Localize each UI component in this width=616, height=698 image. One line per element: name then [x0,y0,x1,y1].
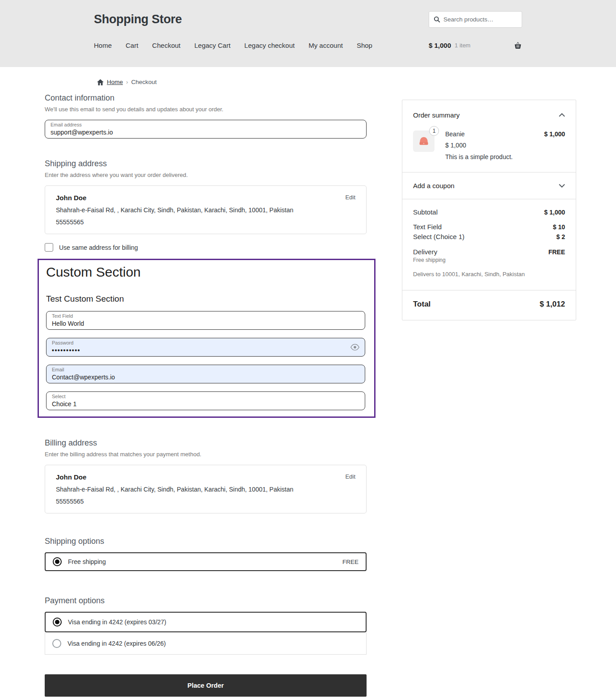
custom-password-label: Password [52,340,359,346]
product-unit-price: $ 1,000 [445,142,565,149]
custom-text-field[interactable]: Text Field Hello World [46,311,365,330]
email-address-value: support@wpexperts.io [51,128,361,137]
delivery-method: Free shipping [413,257,565,263]
product-name: Beanie [445,130,465,138]
custom-password-field[interactable]: Password •••••••••• [46,338,365,357]
fee-row-select: Select (Choice 1) $ 2 [413,233,565,240]
billing-same-address-checkbox[interactable] [45,243,53,252]
fee-value: $ 2 [557,233,565,240]
custom-section-title: Custom Section [46,265,365,280]
place-order-button[interactable]: Place Order [45,674,367,697]
custom-section-subtitle: Test Custom Section [46,294,365,304]
order-summary-title: Order summary [413,111,460,119]
radio-icon[interactable] [52,639,61,648]
contact-description: We'll use this email to send you details… [45,106,367,113]
shipping-address-line: Shahrah-e-Faisal Rd, , Karachi City, Sin… [56,206,355,214]
email-address-label: Email address [51,122,361,128]
custom-email-field[interactable]: Email Contact@wpexperts.io [46,365,365,383]
shipping-address-card: John Doe Shahrah-e-Faisal Rd, , Karachi … [45,185,367,234]
order-summary-header[interactable]: Order summary [402,100,576,129]
home-icon [97,79,104,85]
billing-address-heading: Billing address [45,438,367,448]
billing-address-line: Shahrah-e-Faisal Rd, , Karachi City, Sin… [56,486,355,493]
main-nav: Home Cart Checkout Legacy Cart Legacy ch… [94,42,372,49]
billing-same-address-row: Use same address for billing [45,243,367,252]
order-totals: Subtotal $ 1,000 Text Field $ 10 Select … [402,199,576,290]
custom-email-label: Email [52,366,359,373]
custom-select-field[interactable]: Select Choice 1 [46,391,365,410]
custom-email-value: Contact@wpexperts.io [52,373,359,382]
fee-value: $ 10 [553,223,565,231]
contact-heading: Contact information [45,93,367,103]
billing-address-section: Billing address Enter the billing addres… [45,438,367,513]
radio-selected-icon[interactable] [53,557,62,566]
nav-my-account[interactable]: My account [308,42,343,49]
search-icon [434,16,440,23]
custom-text-field-label: Text Field [52,313,359,319]
billing-address-edit-button[interactable]: Edit [346,473,355,480]
delivery-label: Delivery [413,248,437,256]
billing-address-description: Enter the billing address that matches y… [45,451,367,458]
fee-label: Text Field [413,223,442,231]
nav-checkout[interactable]: Checkout [152,42,180,49]
search-box[interactable] [429,11,522,28]
custom-section: Custom Section Test Custom Section Text … [38,259,376,418]
payment-option-visa-0327[interactable]: Visa ending in 4242 (expires 03/27) [45,612,367,632]
subtotal-label: Subtotal [413,208,438,216]
basket-icon[interactable] [514,42,522,49]
chevron-down-icon[interactable] [559,184,565,188]
shipping-options-section: Shipping options Free shipping FREE [45,537,367,571]
delivery-row: Delivery FREE [413,248,565,256]
shipping-options-heading: Shipping options [45,537,367,546]
nav-legacy-cart[interactable]: Legacy Cart [194,42,231,49]
shipping-address-description: Enter the address where you want your or… [45,172,367,178]
total-row: Total $ 1,012 [402,290,576,320]
shipping-option-free[interactable]: Free shipping FREE [45,552,367,571]
add-coupon-label: Add a coupon [413,182,455,189]
radio-selected-icon[interactable] [53,618,62,627]
custom-password-value: •••••••••• [52,346,359,355]
payment-options-heading: Payment options [45,596,367,605]
shipping-address-phone: 55555565 [56,219,355,226]
breadcrumb-separator: › [126,79,128,85]
payment-option-visa-0626[interactable]: Visa ending in 4242 (expires 06/26) [45,632,367,655]
billing-address-phone: 55555565 [56,498,355,505]
shipping-address-heading: Shipping address [45,159,367,168]
custom-text-field-value: Hello World [52,320,359,328]
chevron-up-icon[interactable] [559,113,565,117]
billing-same-address-label: Use same address for billing [59,244,138,251]
cart-widget[interactable]: $ 1,000 1 item [429,42,522,49]
nav-legacy-checkout[interactable]: Legacy checkout [245,42,295,49]
store-title: Shopping Store [94,13,182,26]
cart-item-count: 1 item [455,42,470,49]
nav-shop[interactable]: Shop [357,42,372,49]
shipping-address-section: Shipping address Enter the address where… [45,159,367,252]
subtotal-row: Subtotal $ 1,000 [413,208,565,216]
contact-information-section: Contact information We'll use this email… [45,93,367,139]
product-line-price: $ 1,000 [544,130,565,138]
shipping-option-price: FREE [342,559,359,565]
delivers-to-note: Delivers to 10001, Karachi, Sindh, Pakis… [413,271,565,278]
delivery-value: FREE [548,248,565,256]
payment-options-section: Payment options Visa ending in 4242 (exp… [45,596,367,655]
email-address-field[interactable]: Email address support@wpexperts.io [45,120,367,139]
payment-option-label: Visa ending in 4242 (expires 03/27) [68,618,166,626]
breadcrumb-current: Checkout [131,79,157,85]
password-visibility-eye-icon[interactable] [350,344,359,351]
add-coupon-toggle[interactable]: Add a coupon [402,172,576,199]
custom-select-label: Select [52,393,359,399]
billing-address-name: John Doe [56,473,355,481]
shipping-option-label: Free shipping [68,558,106,565]
billing-address-card: John Doe Shahrah-e-Faisal Rd, , Karachi … [45,465,367,513]
breadcrumb-home-link[interactable]: Home [107,79,123,85]
search-input[interactable] [443,16,517,23]
cart-total: $ 1,000 [429,42,451,49]
shipping-address-name: John Doe [56,194,355,202]
nav-cart[interactable]: Cart [126,42,138,49]
beanie-image [417,135,430,148]
nav-home[interactable]: Home [94,42,112,49]
breadcrumb: Home › Checkout [97,79,616,85]
shipping-address-edit-button[interactable]: Edit [346,194,355,201]
total-value: $ 1,012 [540,300,565,309]
custom-select-value: Choice 1 [52,400,359,408]
